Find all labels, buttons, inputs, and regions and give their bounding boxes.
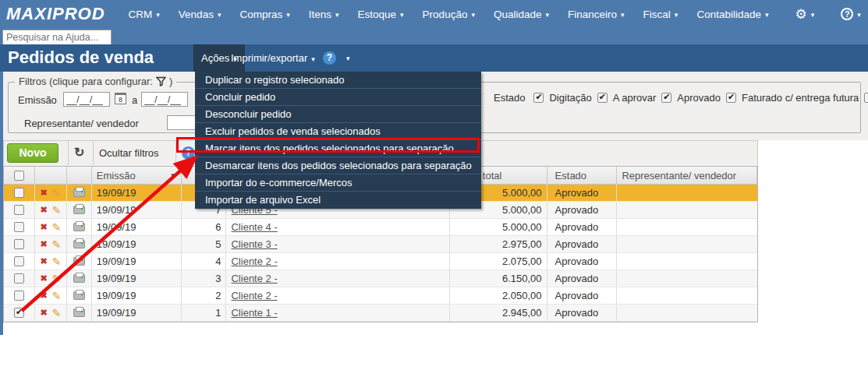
column-header[interactable]: Emissão▼ xyxy=(92,167,182,184)
table-row[interactable]: ✖✎19/09/191Cliente 1 -2.945,00Aprovado xyxy=(4,305,757,322)
menu-item-7[interactable]: Importar do e-commerce/Mercos xyxy=(195,174,481,192)
nav-item-qualidade[interactable]: Qualidade▾ xyxy=(494,9,549,20)
row-checkbox[interactable] xyxy=(14,273,24,284)
delete-icon[interactable]: ✖ xyxy=(40,256,47,266)
column-header-label: Estado xyxy=(555,170,586,181)
help-icon[interactable]: ? xyxy=(841,8,853,20)
search-input[interactable] xyxy=(2,30,112,45)
menu-item-2[interactable]: Concluir pedido xyxy=(195,89,481,106)
delete-icon[interactable]: ✖ xyxy=(40,205,47,215)
cliente-link[interactable]: Cliente 3 - xyxy=(231,238,277,250)
printer-icon[interactable] xyxy=(73,188,85,197)
row-select-cell xyxy=(4,219,35,235)
table-row[interactable]: ✖✎19/09/195Cliente 3 -2.975,00Aprovado xyxy=(4,236,757,253)
estado-checkbox[interactable] xyxy=(597,93,608,103)
nav-help[interactable]: ? ▾ xyxy=(833,8,861,20)
edit-icon[interactable]: ✎ xyxy=(52,255,62,268)
table-row[interactable]: ✖✎19/09/196Cliente 4 -5.000,00Aprovado xyxy=(4,219,757,236)
nav-item-crm[interactable]: CRM▾ xyxy=(129,9,160,20)
emissao-from-input[interactable] xyxy=(63,92,110,107)
menu-item-8[interactable]: Importar de arquivo Excel xyxy=(195,192,481,209)
column-header[interactable] xyxy=(67,167,92,184)
nav-item-label: Estoque xyxy=(358,9,397,20)
calendar-icon[interactable]: 8 xyxy=(115,93,126,104)
edit-icon[interactable]: ✎ xyxy=(52,187,62,199)
printer-icon[interactable] xyxy=(73,308,85,317)
delete-icon[interactable]: ✖ xyxy=(40,291,47,301)
nav-item-vendas[interactable]: Vendas▾ xyxy=(179,9,221,20)
estado-checkbox[interactable] xyxy=(661,93,671,103)
menu-item-6[interactable]: Desmarcar itens dos pedidos selecionados… xyxy=(195,157,481,174)
row-checkbox[interactable] xyxy=(14,256,24,266)
imprimir-exportar-menu-button[interactable]: Imprimir/exportar ▾ xyxy=(223,44,323,72)
row-checkbox[interactable] xyxy=(14,308,24,318)
gear-icon[interactable]: ⚙ xyxy=(795,6,806,23)
row-print-cell xyxy=(67,202,92,218)
refresh-icon[interactable]: ↻ xyxy=(74,145,84,160)
delete-icon[interactable]: ✖ xyxy=(40,308,47,318)
table-row[interactable]: ✖✎19/09/192Cliente 2 -2.050,00Aprovado xyxy=(4,287,757,305)
filter-funnel-icon[interactable] xyxy=(156,76,166,86)
nav-gear[interactable]: ⚙ ▾ xyxy=(787,6,814,23)
estado-checkbox[interactable] xyxy=(864,93,868,103)
row-checkbox[interactable] xyxy=(14,222,24,232)
row-checkbox[interactable] xyxy=(14,188,24,198)
nav-item-contabilidade[interactable]: Contabilidade▾ xyxy=(696,9,768,20)
row-checkbox[interactable] xyxy=(14,291,24,301)
edit-icon[interactable]: ✎ xyxy=(52,221,62,234)
column-header[interactable]: Estado xyxy=(547,167,618,184)
column-header[interactable] xyxy=(35,167,67,184)
chevron-down-icon: ▾ xyxy=(765,11,769,19)
nav-item-compras[interactable]: Compras▾ xyxy=(239,9,289,20)
nav-item-label: Vendas xyxy=(179,9,214,20)
edit-icon[interactable]: ✎ xyxy=(52,290,62,302)
select-all-checkbox[interactable] xyxy=(14,171,24,181)
nav-item-estoque[interactable]: Estoque▾ xyxy=(358,9,404,20)
edit-icon[interactable]: ✎ xyxy=(52,238,62,251)
delete-icon[interactable]: ✖ xyxy=(40,273,47,284)
emissao-to-input[interactable] xyxy=(141,92,188,107)
printer-icon[interactable] xyxy=(73,240,85,248)
menu-item-1[interactable]: Duplicar o registro selecionado xyxy=(195,72,481,89)
cliente-link[interactable]: Cliente 2 - xyxy=(231,255,277,267)
nav-item-itens[interactable]: Itens▾ xyxy=(309,9,339,20)
novo-button[interactable]: Novo xyxy=(7,143,58,163)
delete-icon[interactable]: ✖ xyxy=(40,239,47,249)
filters-legend[interactable]: Filtros (clique para configurar: xyxy=(19,76,153,87)
printer-icon[interactable] xyxy=(73,291,85,300)
printer-icon[interactable] xyxy=(73,257,85,266)
printer-icon[interactable] xyxy=(73,223,85,231)
printer-icon[interactable] xyxy=(73,206,85,214)
edit-icon[interactable]: ✎ xyxy=(52,273,62,285)
row-checkbox[interactable] xyxy=(14,239,24,249)
estado-checkbox[interactable] xyxy=(726,93,736,103)
cliente-link[interactable]: Cliente 1 - xyxy=(231,307,277,319)
cliente-link[interactable]: Cliente 2 - xyxy=(231,290,277,301)
estado-checkbox[interactable] xyxy=(533,93,544,103)
column-header[interactable] xyxy=(4,167,35,184)
table-row[interactable]: ✖✎19/09/193Cliente 2 -6.150,00Aprovado xyxy=(4,270,757,287)
nav-item-financeiro[interactable]: Financeiro▾ xyxy=(568,9,625,20)
chevron-down-icon[interactable]: ▾ xyxy=(346,55,350,62)
help-icon[interactable]: ? xyxy=(323,51,336,65)
nav-item-fiscal[interactable]: Fiscal▾ xyxy=(643,9,678,20)
total-cell: 2.075,00 xyxy=(450,253,547,269)
column-header[interactable]: Representante/ vendedor xyxy=(617,167,757,184)
nav-item-label: Itens xyxy=(309,9,331,20)
row-select-cell xyxy=(4,202,35,218)
chevron-down-icon[interactable]: ▾ xyxy=(857,11,861,19)
cliente-link[interactable]: Cliente 4 - xyxy=(231,221,277,233)
sort-desc-icon[interactable]: ▼ xyxy=(170,172,176,179)
delete-icon[interactable]: ✖ xyxy=(40,188,47,198)
edit-icon[interactable]: ✎ xyxy=(52,204,62,217)
ocultar-filtros-button[interactable]: Ocultar filtros xyxy=(99,147,159,159)
menu-item-3[interactable]: Desconcluir pedido xyxy=(195,106,481,123)
row-checkbox[interactable] xyxy=(14,205,24,215)
cliente-link[interactable]: Cliente 2 - xyxy=(231,273,277,284)
chevron-down-icon[interactable]: ▾ xyxy=(811,11,815,19)
printer-icon[interactable] xyxy=(73,274,85,283)
nav-item-produção[interactable]: Produção▾ xyxy=(423,9,475,20)
delete-icon[interactable]: ✖ xyxy=(40,222,47,232)
edit-icon[interactable]: ✎ xyxy=(52,307,62,319)
table-row[interactable]: ✖✎19/09/194Cliente 2 -2.075,00Aprovado xyxy=(4,253,757,270)
